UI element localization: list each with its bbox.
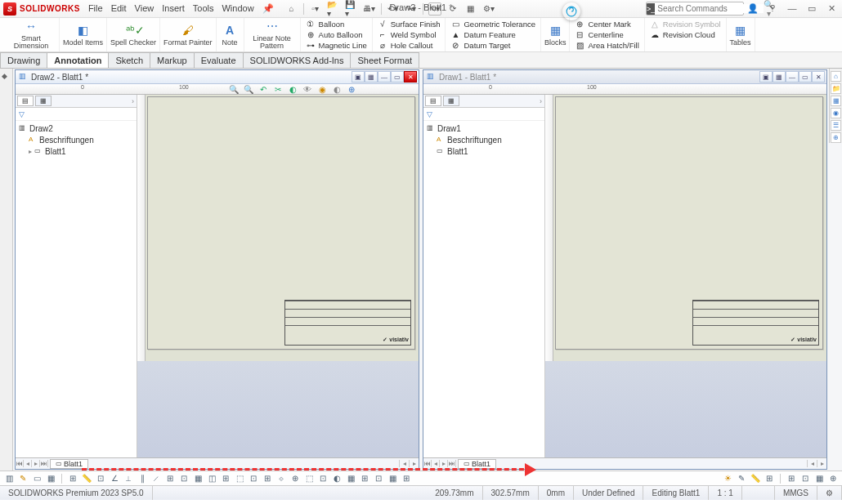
tree-root-draw2[interactable]: ▥Draw2 <box>19 123 133 134</box>
surface-finish-button[interactable]: √Surface Finish <box>378 19 441 29</box>
revision-cloud-button[interactable]: ☁Revision Cloud <box>650 29 721 40</box>
bt-icon[interactable]: ⬚ <box>234 473 245 484</box>
bt-icon[interactable]: ⊡ <box>248 473 259 484</box>
rail-icon[interactable]: ◆ <box>2 72 11 82</box>
tree-annotations[interactable]: ABeschriftungen <box>19 134 133 145</box>
close-button[interactable]: ✕ <box>824 2 839 15</box>
tables-button[interactable]: ▦Tables <box>727 18 755 51</box>
sheet-nav-first-icon[interactable]: ⏮ <box>16 460 24 467</box>
task-palette-icon[interactable]: ▦ <box>831 96 841 106</box>
menu-pin-icon[interactable]: 📌 <box>262 3 274 14</box>
menu-file[interactable]: File <box>88 3 103 14</box>
minimize-button[interactable]: — <box>785 2 799 15</box>
drawing-sheet[interactable]: ✓ visiativ <box>555 96 823 350</box>
drawing-canvas-left[interactable]: ✓ visiativ <box>137 95 419 457</box>
qat-settings-icon[interactable]: ⚙▾ <box>482 2 495 16</box>
child-minimize-button[interactable]: — <box>378 71 391 83</box>
tab-sketch[interactable]: Sketch <box>108 52 150 68</box>
child-minimize-button[interactable]: — <box>786 71 799 83</box>
bt-icon[interactable]: ⊕ <box>827 473 839 484</box>
bt-icon[interactable]: ⊡ <box>799 473 811 484</box>
task-forum-icon[interactable]: ⊕ <box>831 132 841 143</box>
bt-icon[interactable]: ⊞ <box>262 473 273 484</box>
qat-save-icon[interactable]: 💾▾ <box>345 2 358 16</box>
dynamic-help-icon[interactable] <box>562 2 580 20</box>
area-hatch-button[interactable]: ▨Area Hatch/Fill <box>575 40 638 51</box>
child-close-button[interactable]: ✕ <box>812 71 825 83</box>
bt-icon[interactable]: ▦ <box>192 473 204 484</box>
task-properties-icon[interactable]: ☰ <box>831 120 841 131</box>
bt-icon[interactable]: ⟂ <box>123 473 134 484</box>
menu-tools[interactable]: Tools <box>193 3 214 14</box>
bt-icon[interactable]: ⟐ <box>275 473 287 484</box>
bt-icon[interactable]: ◫ <box>206 473 217 484</box>
geometric-tolerance-button[interactable]: ▭Geometric Tolerance <box>450 19 535 29</box>
status-units[interactable]: MMGS <box>775 486 817 500</box>
bt-icon[interactable]: ▦ <box>345 473 356 484</box>
menu-window[interactable]: Window <box>222 3 253 14</box>
bt-icon[interactable]: ⊡ <box>317 473 329 484</box>
menu-edit[interactable]: Edit <box>111 3 127 14</box>
tab-markup[interactable]: Markup <box>150 52 195 68</box>
tab-addins[interactable]: SOLIDWORKS Add-Ins <box>243 52 352 68</box>
sheet-tab-blatt1[interactable]: ▭Blatt1 <box>50 459 88 469</box>
drawing-sheet[interactable]: ✓ visiativ <box>147 96 415 350</box>
qat-open-icon[interactable]: 📂▾ <box>327 2 340 16</box>
scroll-right-icon[interactable]: ▸ <box>817 460 826 467</box>
task-appearances-icon[interactable]: ◉ <box>831 108 841 118</box>
tab-drawing[interactable]: Drawing <box>0 52 47 68</box>
edit-appearance-icon[interactable]: ◉ <box>316 85 328 96</box>
bt-icon[interactable]: ⊞ <box>164 473 176 484</box>
datum-target-button[interactable]: ⊘Datum Target <box>450 40 535 51</box>
weld-symbol-button[interactable]: ⌐Weld Symbol <box>378 29 441 40</box>
login-icon[interactable]: 👤 <box>746 2 760 15</box>
sheet-nav-last-icon[interactable]: ⏭ <box>40 460 48 467</box>
bt-icon[interactable]: ✎ <box>736 473 747 484</box>
sheet-nav-last-icon[interactable]: ⏭ <box>448 460 456 467</box>
qat-print-icon[interactable]: 🖶▾ <box>363 2 376 16</box>
bt-icon[interactable]: ⊕ <box>289 473 301 484</box>
filter-icon[interactable]: ▽ <box>19 110 27 118</box>
magnetic-line-button[interactable]: ⊶Magnetic Line <box>306 40 367 51</box>
child-viewport-button[interactable]: ▣ <box>759 71 773 83</box>
prev-view-icon[interactable]: ↶ <box>258 85 269 96</box>
tab-sheet-format[interactable]: Sheet Format <box>350 52 419 68</box>
zoom-fit-icon[interactable]: 🔍 <box>228 85 240 96</box>
bt-icon[interactable]: ⊞ <box>764 473 775 484</box>
sheet-nav-first-icon[interactable]: ⏮ <box>423 460 432 467</box>
bt-icon[interactable]: 📏 <box>81 473 92 484</box>
display-style-icon[interactable]: ◐ <box>287 85 298 96</box>
sheet-nav-next-icon[interactable]: ▸ <box>32 460 40 467</box>
tree-root-draw1[interactable]: ▥Draw1 <box>427 123 541 134</box>
bt-icon[interactable]: ▦ <box>813 473 825 484</box>
bt-icon[interactable]: ⟋ <box>150 473 162 484</box>
status-gear-icon[interactable]: ⚙ <box>817 486 842 500</box>
filter-icon[interactable]: ▽ <box>427 110 435 118</box>
drawing-canvas-right[interactable]: ✓ visiativ <box>545 95 826 457</box>
child-viewport-button[interactable]: ▣ <box>352 71 365 83</box>
sheet-nav-prev-icon[interactable]: ◂ <box>432 460 440 467</box>
child-maximize-button[interactable]: ▭ <box>391 71 404 83</box>
tab-evaluate[interactable]: Evaluate <box>194 52 244 68</box>
task-library-icon[interactable]: 📁 <box>831 83 841 94</box>
qat-home-icon[interactable]: ⌂ <box>285 2 298 16</box>
child-viewport2-button[interactable]: ▦ <box>773 71 786 83</box>
bt-icon[interactable]: ⊞ <box>220 473 231 484</box>
bt-icon[interactable]: ⊞ <box>67 473 78 484</box>
fm-tree-tab-icon[interactable]: ▤ <box>425 96 441 106</box>
tree-sheet1[interactable]: ▭Blatt1 <box>427 145 541 157</box>
hide-show-icon[interactable]: 👁 <box>302 85 313 96</box>
blocks-button[interactable]: ▦Blocks <box>541 18 571 51</box>
bt-icon[interactable]: ⊡ <box>373 473 384 484</box>
qat-options-icon[interactable]: ▦ <box>464 2 477 16</box>
tree-sheet1[interactable]: ▸▭Blatt1 <box>19 145 133 157</box>
bt-icon[interactable]: ∠ <box>109 473 120 484</box>
bt-select-icon[interactable]: ✎ <box>17 473 29 484</box>
sheet-nav-prev-icon[interactable]: ◂ <box>24 460 32 467</box>
bt-icon[interactable]: ▦ <box>387 473 398 484</box>
smart-dimension-button[interactable]: ↔Smart Dimension <box>3 18 60 51</box>
menu-view[interactable]: View <box>135 3 155 14</box>
bt-icon[interactable]: ⊞ <box>359 473 370 484</box>
section-view-icon[interactable]: ✂ <box>272 85 284 96</box>
hole-callout-button[interactable]: ⌀Hole Callout <box>378 40 441 51</box>
